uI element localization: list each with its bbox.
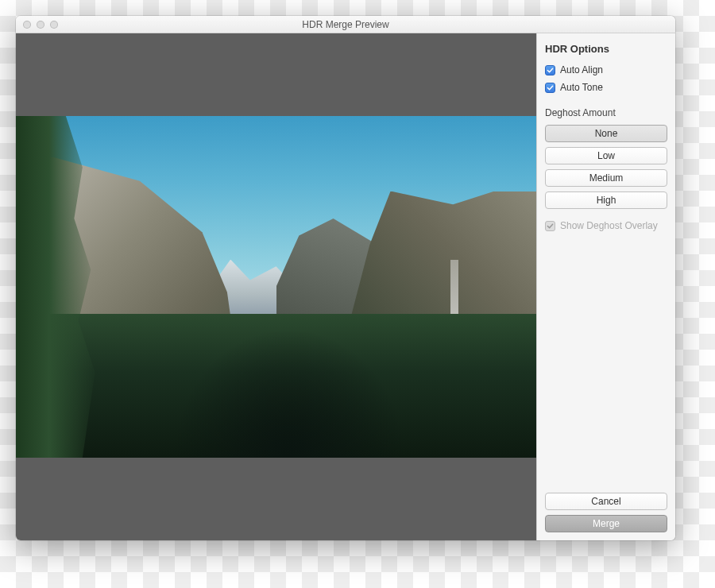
window-controls [16, 21, 58, 29]
panel-title: HDR Options [545, 43, 667, 55]
zoom-icon[interactable] [50, 21, 58, 29]
deghost-low-button[interactable]: Low [545, 147, 667, 164]
deghost-none-button[interactable]: None [545, 125, 667, 142]
show-overlay-label: Show Deghost Overlay [560, 220, 658, 231]
preview-image [16, 116, 536, 458]
window-title: HDR Merge Preview [302, 19, 388, 30]
hdr-merge-window: HDR Merge Preview HDR Options Aut [16, 16, 675, 540]
deghost-medium-button[interactable]: Medium [545, 169, 667, 187]
deghost-amount-label: Deghost Amount [545, 107, 667, 118]
auto-align-checkbox[interactable]: Auto Align [545, 64, 667, 75]
checkmark-icon [545, 221, 555, 231]
auto-align-label: Auto Align [560, 64, 603, 75]
options-sidebar: HDR Options Auto Align Auto Tone Deghost… [536, 33, 675, 540]
cancel-button[interactable]: Cancel [545, 493, 667, 510]
auto-tone-label: Auto Tone [560, 82, 603, 93]
titlebar: HDR Merge Preview [16, 16, 675, 33]
preview-area [16, 33, 536, 540]
auto-tone-checkbox[interactable]: Auto Tone [545, 82, 667, 93]
close-icon[interactable] [23, 21, 31, 29]
content-area: HDR Options Auto Align Auto Tone Deghost… [16, 33, 675, 540]
checkmark-icon [545, 65, 555, 75]
merge-button[interactable]: Merge [545, 515, 667, 532]
deghost-high-button[interactable]: High [545, 191, 667, 209]
checkmark-icon [545, 83, 555, 93]
show-deghost-overlay-checkbox: Show Deghost Overlay [545, 220, 667, 231]
minimize-icon[interactable] [37, 21, 44, 29]
